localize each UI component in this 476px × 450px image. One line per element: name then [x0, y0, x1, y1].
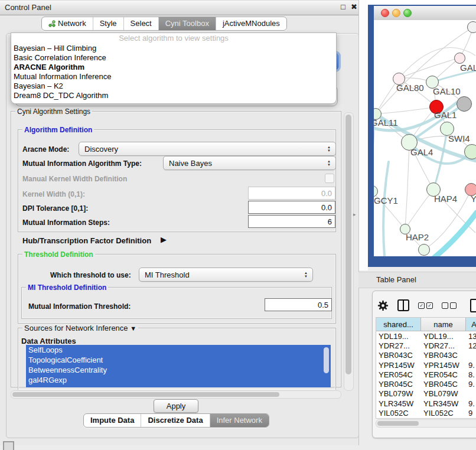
- settings-vertical-scrollbar[interactable]: [344, 112, 354, 391]
- mini-float-icon[interactable]: [3, 441, 14, 450]
- cell: 9.: [466, 399, 476, 408]
- node-label: GAL80: [396, 83, 424, 93]
- mi-threshold-input[interactable]: [265, 298, 332, 311]
- network-icon: [48, 20, 56, 27]
- float-window-icon[interactable]: □: [341, 2, 345, 11]
- table-row[interactable]: YBL079W YBL079W: [376, 389, 476, 399]
- node-label: HAP4: [434, 194, 457, 204]
- table-horizontal-scrollbar[interactable]: [376, 419, 476, 428]
- cell: YIL052C: [376, 409, 421, 418]
- gear-icon[interactable]: [377, 300, 389, 311]
- list-item[interactable]: gal4RGexp: [26, 375, 331, 385]
- dropdown-item[interactable]: Bayesian – K2: [11, 81, 336, 91]
- aracne-mode-combo[interactable]: Discovery ▲▼: [79, 142, 336, 156]
- tab-infer-network[interactable]: Infer Network: [210, 414, 269, 427]
- tab-label: Discretize Data: [148, 416, 203, 425]
- tab-jactivemnodules[interactable]: jActiveMNodules: [216, 17, 286, 30]
- split-columns-icon[interactable]: [397, 299, 409, 311]
- panel-title: Control Panel: [5, 3, 51, 12]
- dropdown-placeholder: Select algorithm to view settings: [11, 33, 336, 44]
- settings-horizontal-scrollbar[interactable]: [11, 390, 341, 399]
- tab-select[interactable]: Select: [123, 17, 158, 30]
- table-panel-title: Table Panel: [376, 275, 416, 284]
- list-item[interactable]: TopologicalCoefficient: [26, 355, 331, 365]
- data-attributes-label: Data Attributes: [21, 337, 76, 345]
- tab-style[interactable]: Style: [93, 17, 123, 30]
- column-header-partial[interactable]: A: [466, 318, 476, 331]
- which-threshold-value: MI Threshold: [139, 270, 301, 279]
- close-window-icon[interactable]: ✖: [351, 2, 357, 11]
- sources-collapse-icon[interactable]: ▼: [130, 325, 136, 332]
- mi-algorithm-type-label: Mutual Information Algorithm Type:: [22, 159, 142, 168]
- dropdown-item-selected[interactable]: ARACNE Algorithm: [11, 63, 336, 72]
- mi-threshold-group-title: MI Threshold Definition: [26, 284, 108, 291]
- scrollbar-thumb[interactable]: [345, 115, 351, 374]
- list-scrollbar[interactable]: [324, 347, 329, 373]
- table-row[interactable]: YDR27... YDR27... 12: [376, 341, 476, 350]
- node-table: shared... name A YDL19... YDL19... 13 YD…: [376, 317, 476, 419]
- tab-discretize-data[interactable]: Discretize Data: [141, 414, 209, 427]
- table-panel-bar: Table Panel: [358, 272, 476, 288]
- tab-cyni-toolbox[interactable]: Cyni Toolbox: [158, 17, 216, 30]
- dropdown-item[interactable]: Bayesian – Hill Climbing: [11, 44, 336, 53]
- table-row[interactable]: YBR043C YBR043C: [376, 351, 476, 360]
- table-row[interactable]: YIL052C YIL052C 9: [376, 408, 476, 418]
- minimize-traffic-light-icon[interactable]: [392, 9, 400, 17]
- cell: YPR145W: [421, 361, 466, 370]
- mi-steps-input[interactable]: [248, 215, 335, 228]
- algorithm-dropdown-popup: Select algorithm to view settings Bayesi…: [11, 32, 337, 104]
- tab-impute-data[interactable]: Impute Data: [84, 414, 141, 427]
- sources-title[interactable]: Sources for Network Inference ▼: [22, 325, 138, 332]
- dpi-tolerance-input[interactable]: [248, 201, 335, 214]
- zoom-traffic-light-icon[interactable]: [403, 9, 412, 17]
- cyni-bottom-tabbar: Impute Data Discretize Data Infer Networ…: [83, 413, 269, 428]
- tab-network[interactable]: Network: [42, 17, 93, 30]
- cell: 9.: [466, 380, 476, 389]
- column-header-shared-name[interactable]: shared...: [376, 318, 421, 331]
- node-label: GAL4: [410, 147, 433, 157]
- aracne-mode-value: Discovery: [79, 145, 324, 154]
- table-row[interactable]: YER054C YER054C 8.: [376, 370, 476, 379]
- list-item[interactable]: SelfLoops: [26, 345, 331, 355]
- scrollbar-thumb[interactable]: [377, 421, 419, 426]
- table-header-row: shared... name A: [376, 318, 476, 331]
- dropdown-item[interactable]: Basic Correlation Inference: [11, 53, 336, 63]
- network-canvas[interactable]: GAL GAL80 GAL10 GAL1 GAL11 SWI4 GAL4 GCY…: [374, 20, 476, 256]
- node-label: Y: [471, 194, 476, 204]
- network-node[interactable]: [467, 21, 476, 33]
- cell: YBR045C: [421, 380, 466, 389]
- column-header-name[interactable]: name: [421, 318, 466, 331]
- aracne-mode-label: Aracne Mode:: [22, 145, 69, 154]
- table-row[interactable]: YPR145W YPR145W 9.: [376, 360, 476, 370]
- new-table-icon[interactable]: [470, 299, 476, 312]
- cell: 8.: [466, 370, 476, 379]
- network-node[interactable]: [418, 244, 430, 256]
- dropdown-item[interactable]: Mutual Information Inference: [11, 72, 336, 81]
- data-attributes-list[interactable]: SelfLoops TopologicalCoefficient Between…: [26, 345, 331, 387]
- splitpane-arrow-icon[interactable]: ▸: [353, 211, 356, 217]
- which-threshold-combo[interactable]: MI Threshold ▲▼: [139, 268, 313, 282]
- hub-section-label[interactable]: Hub/Transcription Factor Definition: [22, 236, 151, 245]
- apply-button[interactable]: Apply: [154, 399, 198, 413]
- network-node[interactable]: [457, 96, 472, 112]
- manual-kernel-checkbox[interactable]: [325, 174, 334, 183]
- kernel-width-input[interactable]: [248, 187, 335, 200]
- cyni-algorithm-settings-title: Cyni Algorithm Settings: [15, 108, 92, 115]
- hub-expand-icon[interactable]: ▶: [161, 235, 167, 244]
- table-row[interactable]: YLR345W YLR345W 9.: [376, 399, 476, 408]
- dropdown-item[interactable]: Dream8 DC_TDC Algorithm: [11, 91, 336, 100]
- network-node[interactable]: [464, 144, 476, 159]
- tab-label: Infer Network: [217, 416, 262, 425]
- list-item[interactable]: BetweennessCentrality: [26, 365, 331, 375]
- cell: YPR145W: [376, 361, 421, 370]
- network-window-titlebar[interactable]: [374, 6, 476, 21]
- select-all-checks-icon[interactable]: ✓✓: [418, 302, 433, 309]
- mi-algorithm-type-combo[interactable]: Naive Bayes ▲▼: [163, 156, 336, 170]
- cell: YBL079W: [376, 389, 421, 398]
- scrollbar-thumb[interactable]: [12, 392, 279, 397]
- deselect-all-checks-icon[interactable]: [442, 302, 457, 309]
- table-row[interactable]: YBR045C YBR045C 9.: [376, 379, 476, 389]
- combo-stepper-icon: ▲▼: [301, 271, 312, 278]
- close-traffic-light-icon[interactable]: [381, 9, 389, 17]
- table-row[interactable]: YDL19... YDL19... 13: [376, 331, 476, 341]
